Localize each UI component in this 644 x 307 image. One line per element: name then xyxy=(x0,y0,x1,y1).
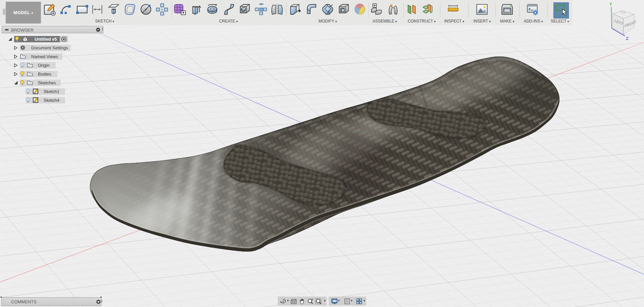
svg-text:Y: Y xyxy=(609,2,612,7)
svg-text:Z: Z xyxy=(626,36,629,41)
